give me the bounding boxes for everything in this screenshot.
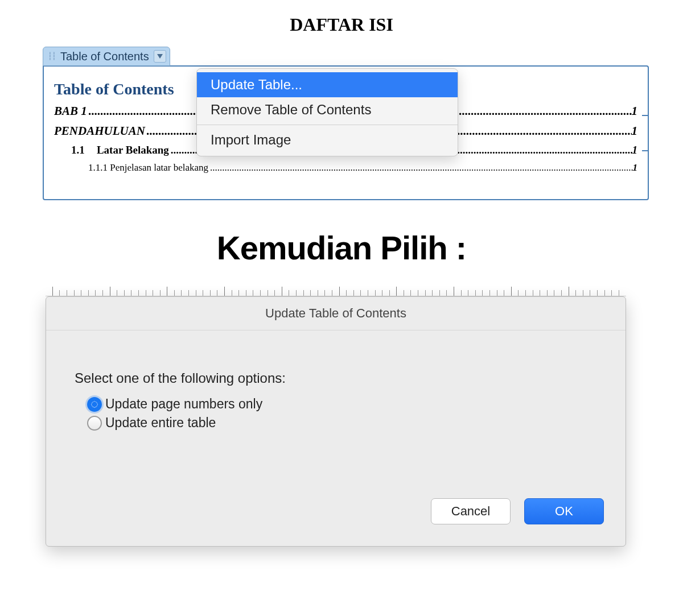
svg-marker-0 [157, 54, 163, 59]
toc-entry[interactable]: 1.1.1 Penjelasan latar belakang 1 [54, 162, 637, 173]
cancel-button[interactable]: Cancel [431, 498, 511, 524]
toc-entry-number: 1.1.1 [88, 162, 110, 173]
toc-page-number: 1 [632, 144, 638, 156]
menu-item-label: Update Table... [211, 77, 302, 93]
dialog-actions: Cancel OK [431, 498, 604, 524]
menu-item-remove-toc[interactable]: Remove Table of Contents [197, 97, 458, 122]
toc-context-menu: Update Table... Remove Table of Contents… [196, 68, 458, 156]
dialog-title: Update Table of Contents [46, 297, 626, 330]
toc-entry-label: Penjelasan latar belakang [110, 162, 208, 173]
toc-entry-label: PENDAHULUAN [54, 124, 145, 138]
toc-leader [208, 162, 632, 173]
dialog-wrapper: Update Table of Contents Select one of t… [46, 284, 626, 551]
toc-page-number: 1 [633, 162, 638, 173]
button-label: Cancel [451, 504, 490, 519]
radio-label: Update page numbers only [105, 396, 262, 412]
radio-update-entire-table[interactable]: Update entire table [75, 415, 597, 431]
toc-entry-number: 1.1 [71, 144, 97, 156]
dialog-body: Select one of the following options: Upd… [46, 330, 626, 445]
radio-update-page-numbers[interactable]: Update page numbers only [75, 396, 597, 412]
drag-handle-icon[interactable]: ┆┆ [48, 54, 56, 59]
radio-icon [87, 416, 102, 431]
menu-divider [197, 125, 458, 125]
page-title: DAFTAR ISI [0, 0, 683, 47]
toc-document-area: ┆┆ Table of Contents Table of Contents B… [43, 47, 649, 200]
toc-tab-label: Table of Contents [60, 50, 149, 63]
chevron-down-icon [157, 53, 163, 59]
ok-button[interactable]: OK [524, 498, 604, 524]
radio-icon [87, 397, 102, 412]
menu-item-label: Remove Table of Contents [211, 102, 371, 118]
menu-item-import-image[interactable]: Import Image [197, 127, 458, 152]
toc-dropdown-button[interactable] [154, 50, 166, 63]
update-toc-dialog: Update Table of Contents Select one of t… [46, 296, 626, 547]
button-label: OK [555, 504, 573, 519]
dialog-prompt: Select one of the following options: [75, 370, 597, 386]
ruler [46, 284, 626, 296]
instruction-text: Kemudian Pilih : [0, 229, 683, 267]
toc-page-number: 1 [632, 124, 638, 138]
radio-label: Update entire table [105, 415, 216, 431]
menu-item-label: Import Image [211, 132, 291, 148]
toc-page-number: 1 [632, 104, 638, 118]
toc-entry-label: BAB 1 [54, 104, 87, 118]
toc-tab[interactable]: ┆┆ Table of Contents [43, 47, 170, 66]
toc-entry-label: Latar Belakang [97, 144, 169, 156]
menu-item-update-table[interactable]: Update Table... [197, 72, 458, 97]
